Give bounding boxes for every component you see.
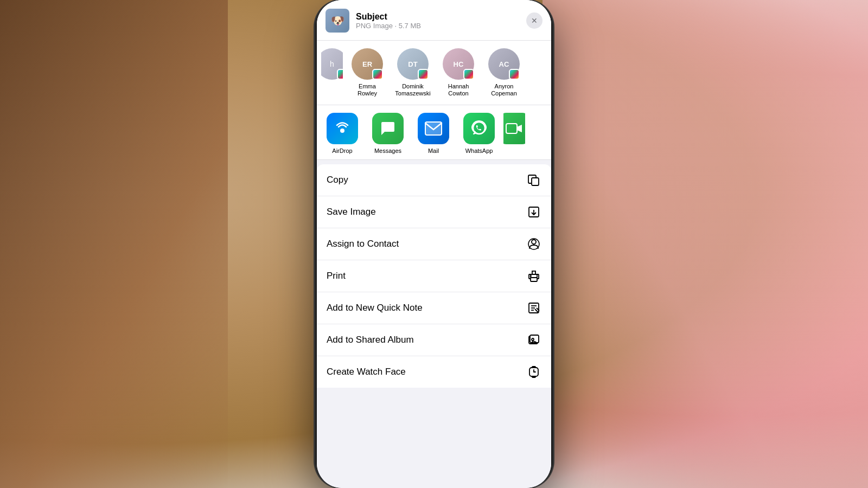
svg-rect-4: [506, 124, 517, 133]
contact-item-partial[interactable]: h: [321, 48, 343, 97]
action-item-copy[interactable]: Copy: [317, 164, 551, 196]
action-list: Copy Save Image: [317, 164, 551, 388]
app-item-airdrop[interactable]: AirDrop: [321, 113, 363, 154]
shared-album-icon: [526, 332, 541, 348]
contact-avatar-wrapper: AC: [488, 48, 520, 80]
close-button[interactable]: ✕: [526, 12, 542, 29]
contact-name: HannahCowton: [448, 83, 469, 97]
save-image-icon: [526, 204, 541, 220]
contact-avatar-wrapper: ER: [352, 48, 383, 80]
svg-rect-1: [425, 122, 442, 135]
share-sheet-header: 🐶 Subject PNG Image · 5.7 MB ✕: [317, 0, 551, 41]
app-item-messages[interactable]: Messages: [367, 113, 409, 154]
slack-icon: [419, 70, 427, 79]
action-item-watch-face[interactable]: Create Watch Face: [317, 356, 551, 388]
whatsapp-svg: [470, 120, 488, 137]
mail-icon: [418, 113, 449, 144]
contact-name: AnyronCopeman: [491, 83, 517, 97]
copy-icon: [526, 172, 541, 188]
slack-icon: [338, 70, 343, 79]
slack-badge: [463, 69, 474, 80]
slack-icon: [373, 70, 382, 79]
phone-wrapper: 🐶 Subject PNG Image · 5.7 MB ✕ h: [315, 0, 553, 488]
action-label-copy: Copy: [327, 175, 348, 185]
action-label-save-image: Save Image: [327, 207, 376, 217]
contact-avatar-wrapper: h: [321, 48, 343, 80]
app-item-mail[interactable]: Mail: [412, 113, 455, 154]
contact-item-emma[interactable]: ER EmmaRowley: [346, 48, 388, 97]
file-thumbnail: 🐶: [326, 9, 349, 33]
action-item-quick-note[interactable]: Add to New Quick Note: [317, 292, 551, 324]
apps-row: AirDrop Messages: [317, 105, 551, 160]
action-label-shared-album: Add to Shared Album: [327, 335, 414, 345]
action-label-quick-note: Add to New Quick Note: [327, 303, 423, 313]
app-item-facetime[interactable]: [503, 113, 525, 154]
assign-contact-icon: [526, 236, 541, 252]
thumbnail-emoji: 🐶: [331, 14, 344, 27]
whatsapp-icon: [463, 113, 495, 144]
action-item-assign-contact[interactable]: Assign to Contact: [317, 228, 551, 260]
messages-svg: [379, 120, 397, 137]
watch-face-icon: [526, 364, 541, 380]
app-item-whatsapp[interactable]: WhatsApp: [458, 113, 500, 154]
svg-point-7: [532, 240, 536, 244]
airdrop-svg: [334, 120, 351, 137]
phone: 🐶 Subject PNG Image · 5.7 MB ✕ h: [315, 0, 553, 488]
slack-icon: [510, 70, 519, 79]
print-icon: [526, 268, 541, 284]
phone-screen: 🐶 Subject PNG Image · 5.7 MB ✕ h: [317, 0, 551, 488]
app-name-messages: Messages: [374, 147, 401, 154]
quick-note-icon: [526, 300, 541, 316]
file-subtitle: PNG Image · 5.7 MB: [356, 22, 520, 30]
share-sheet: 🐶 Subject PNG Image · 5.7 MB ✕ h: [317, 0, 551, 488]
header-info: Subject PNG Image · 5.7 MB: [356, 12, 520, 30]
action-item-save-image[interactable]: Save Image: [317, 196, 551, 228]
svg-rect-5: [532, 178, 539, 185]
airdrop-icon: [327, 113, 358, 144]
slack-badge: [337, 69, 343, 80]
slack-icon: [464, 70, 473, 79]
facetime-icon: [503, 113, 525, 144]
contact-item-dominik[interactable]: DT DominikTomaszewski: [392, 48, 434, 97]
action-label-assign-contact: Assign to Contact: [327, 239, 399, 249]
contact-avatar-wrapper: DT: [397, 48, 429, 80]
slack-badge: [372, 69, 383, 80]
facetime-svg: [506, 122, 523, 135]
action-item-shared-album[interactable]: Add to Shared Album: [317, 324, 551, 356]
contact-name: DominikTomaszewski: [395, 83, 430, 97]
slack-badge: [509, 69, 520, 80]
contacts-row: h ER: [317, 41, 551, 105]
app-name-whatsapp: WhatsApp: [465, 147, 493, 154]
file-title: Subject: [356, 12, 520, 22]
app-name-airdrop: AirDrop: [332, 147, 352, 154]
contact-name: EmmaRowley: [358, 83, 377, 97]
svg-rect-10: [532, 271, 535, 274]
action-item-print[interactable]: Print: [317, 260, 551, 292]
slack-badge: [418, 69, 429, 80]
app-name-mail: Mail: [428, 147, 439, 154]
svg-rect-9: [531, 278, 537, 281]
contact-item-hannah[interactable]: HC HannahCowton: [437, 48, 480, 97]
messages-icon: [372, 113, 404, 144]
contact-item-anyron[interactable]: AC AnyronCopeman: [483, 48, 525, 97]
svg-point-0: [340, 129, 344, 133]
contact-avatar-wrapper: HC: [443, 48, 474, 80]
action-label-watch-face: Create Watch Face: [327, 367, 406, 377]
mail-svg: [424, 121, 443, 136]
action-label-print: Print: [327, 271, 346, 281]
